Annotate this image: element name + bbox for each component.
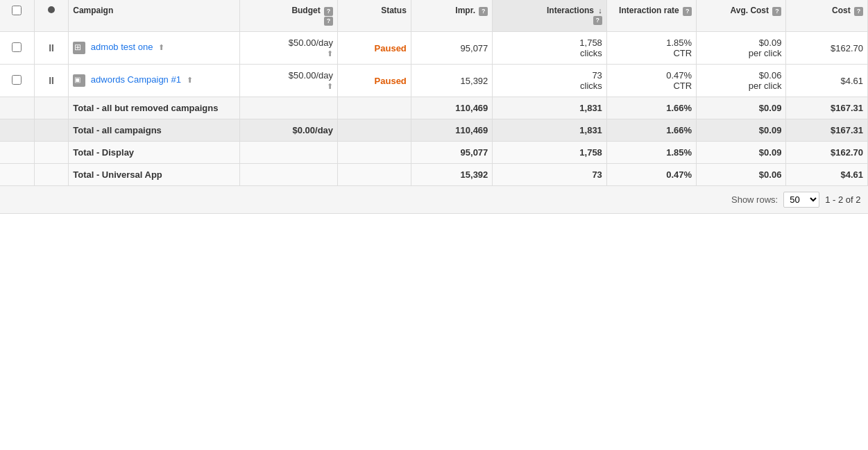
interaction-rate-header-label: Interaction rate bbox=[619, 6, 679, 15]
total4-budget-cell bbox=[240, 164, 338, 186]
row1-interactions-unit: clicks bbox=[580, 48, 602, 58]
total1-interactions-cell: 1,831 bbox=[493, 97, 607, 119]
row1-int-rate: 1.85% bbox=[666, 38, 692, 48]
row2-int-rate-unit: CTR bbox=[673, 81, 692, 91]
total1-int-rate: 1.66% bbox=[666, 103, 692, 113]
row2-impr-cell: 15,392 bbox=[411, 65, 493, 97]
chart-icon[interactable]: ⬆ bbox=[187, 76, 193, 85]
row1-interactions: 1,758 bbox=[579, 38, 602, 48]
row1-avg-cost-cell: $0.09 per click bbox=[697, 32, 786, 65]
total2-icon-cell bbox=[34, 119, 68, 142]
avg-cost-header[interactable]: Avg. Cost ? bbox=[697, 0, 786, 32]
show-rows-label: Show rows: bbox=[731, 194, 778, 205]
total2-status-cell bbox=[338, 119, 411, 142]
campaigns-table-wrapper: Campaign Budget ? ? Status Impr. ? bbox=[0, 0, 868, 214]
total4-int-rate: 0.47% bbox=[666, 169, 692, 180]
table-header-row: Campaign Budget ? ? Status Impr. ? bbox=[0, 0, 868, 32]
interactions-help-icon[interactable]: ? bbox=[593, 16, 602, 25]
row1-campaign-link[interactable]: admob test one bbox=[91, 42, 153, 52]
total3-cost-cell: $162.70 bbox=[786, 142, 868, 164]
row2-impr: 15,392 bbox=[461, 76, 488, 86]
total2-impr-cell: 110,469 bbox=[411, 119, 493, 142]
avg-cost-header-label: Avg. Cost bbox=[730, 6, 769, 15]
total4-check-cell bbox=[0, 164, 34, 186]
row2-checkbox[interactable] bbox=[12, 75, 22, 85]
total1-status-cell bbox=[338, 97, 411, 119]
campaign-header: Campaign bbox=[69, 0, 240, 32]
row1-impr: 95,077 bbox=[461, 43, 488, 53]
interactions-header[interactable]: Interactions ↓ ? bbox=[493, 0, 607, 32]
adwords-campaign-icon bbox=[73, 74, 85, 87]
budget-chart-icon2[interactable]: ⬆ bbox=[327, 82, 333, 91]
impr-header-label: Impr. bbox=[455, 6, 475, 15]
total3-interactions-cell: 1,758 bbox=[493, 142, 607, 164]
total4-impr: 15,392 bbox=[461, 169, 488, 180]
impr-help-icon[interactable]: ? bbox=[479, 7, 488, 16]
rows-per-page-select[interactable]: 10 25 50 100 bbox=[783, 192, 819, 208]
total3-budget-cell bbox=[240, 142, 338, 164]
total4-impr-cell: 15,392 bbox=[411, 164, 493, 186]
chart-icon[interactable]: ⬆ bbox=[158, 43, 164, 52]
row2-check-cell[interactable] bbox=[0, 65, 34, 97]
avg-cost-help-icon[interactable]: ? bbox=[772, 7, 781, 16]
total2-interactions-cell: 1,831 bbox=[493, 119, 607, 142]
budget-sub-help-icon[interactable]: ? bbox=[324, 17, 333, 26]
total3-status-cell bbox=[338, 142, 411, 164]
total3-check-cell bbox=[0, 142, 34, 164]
total3-impr: 95,077 bbox=[461, 147, 488, 158]
interaction-rate-help-icon[interactable]: ? bbox=[683, 7, 692, 16]
total4-label-cell: Total - Universal App bbox=[69, 164, 240, 186]
total1-avg-cost-cell: $0.09 bbox=[697, 97, 786, 119]
row2-campaign-link[interactable]: adwords Campaign #1 bbox=[91, 74, 181, 85]
total-universal-app-row: Total - Universal App 15,392 73 0.47% $0… bbox=[0, 164, 868, 186]
row1-impr-cell: 95,077 bbox=[411, 32, 493, 65]
total3-cost: $162.70 bbox=[831, 147, 863, 158]
row2-avg-cost: $0.06 bbox=[759, 70, 782, 81]
status-header-label: Status bbox=[381, 6, 407, 15]
total-all-but-removed-row: Total - all but removed campaigns 110,46… bbox=[0, 97, 868, 119]
table-row: II adwords Campaign #1 ⬆ $50.00/day ⬆ Pa… bbox=[0, 65, 868, 97]
total3-int-rate-cell: 1.85% bbox=[606, 142, 696, 164]
row1-check-cell[interactable] bbox=[0, 32, 34, 65]
row2-budget: $50.00/day bbox=[289, 70, 333, 81]
row2-interactions-unit: clicks bbox=[580, 81, 602, 91]
total2-impr: 110,469 bbox=[455, 125, 488, 135]
page-info: 1 - 2 of 2 bbox=[825, 194, 860, 205]
table-row: II admob test one ⬆ $50.00/day ⬆ Paused … bbox=[0, 32, 868, 65]
status-header: Status bbox=[338, 0, 411, 32]
cost-help-icon[interactable]: ? bbox=[854, 7, 863, 16]
row1-interactions-cell: 1,758 clicks bbox=[493, 32, 607, 65]
total3-int-rate: 1.85% bbox=[666, 147, 692, 158]
total-all-campaigns-row: Total - all campaigns $0.00/day 110,469 … bbox=[0, 119, 868, 142]
row1-checkbox[interactable] bbox=[12, 42, 22, 52]
pause-icon: II bbox=[49, 75, 54, 86]
impr-header: Impr. ? bbox=[411, 0, 493, 32]
row2-status: Paused bbox=[375, 76, 407, 86]
total1-icon-cell bbox=[34, 97, 68, 119]
pause-icon: II bbox=[49, 42, 54, 53]
select-all-header[interactable] bbox=[0, 0, 34, 32]
total3-label-cell: Total - Display bbox=[69, 142, 240, 164]
campaign-header-label: Campaign bbox=[73, 6, 113, 15]
row2-avg-cost-unit: per click bbox=[749, 81, 782, 91]
total1-budget-cell bbox=[240, 97, 338, 119]
row2-status-cell: Paused bbox=[338, 65, 411, 97]
total4-cost-cell: $4.61 bbox=[786, 164, 868, 186]
admob-campaign-icon bbox=[73, 42, 85, 54]
total1-impr-cell: 110,469 bbox=[411, 97, 493, 119]
total1-int-rate-cell: 1.66% bbox=[606, 97, 696, 119]
row2-interactions-cell: 73 clicks bbox=[493, 65, 607, 97]
row2-int-rate-cell: 0.47% CTR bbox=[606, 65, 696, 97]
interaction-rate-header[interactable]: Interaction rate ? bbox=[606, 0, 696, 32]
total2-cost-cell: $167.31 bbox=[786, 119, 868, 142]
budget-help-icon[interactable]: ? bbox=[324, 7, 333, 16]
total4-int-rate-cell: 0.47% bbox=[606, 164, 696, 186]
row1-avg-cost: $0.09 bbox=[759, 38, 782, 48]
footer-controls: Show rows: 10 25 50 100 1 - 2 of 2 bbox=[7, 192, 861, 208]
total4-icon-cell bbox=[34, 164, 68, 186]
row1-cost-cell: $162.70 bbox=[786, 32, 868, 65]
cost-header[interactable]: Cost ? bbox=[786, 0, 868, 32]
row2-cost-cell: $4.61 bbox=[786, 65, 868, 97]
budget-chart-icon[interactable]: ⬆ bbox=[327, 49, 333, 58]
select-all-checkbox[interactable] bbox=[12, 6, 22, 15]
